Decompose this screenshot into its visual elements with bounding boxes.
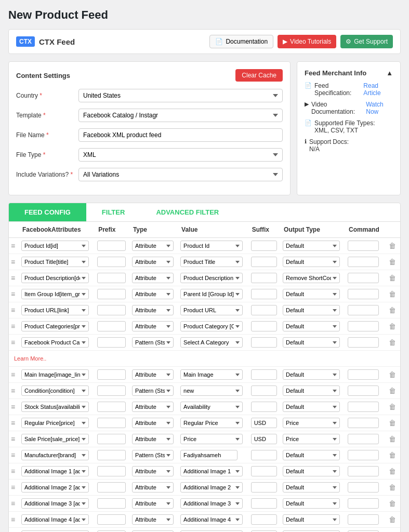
prefix-input-11[interactable]	[97, 434, 126, 444]
prefix-input-15[interactable]	[97, 498, 126, 509]
command-input-0[interactable]	[348, 241, 379, 251]
output-select-14[interactable]: Default	[283, 482, 340, 493]
command-input-7[interactable]	[348, 369, 379, 380]
documentation-button[interactable]: 📄 Documentation	[209, 35, 273, 48]
output-select-2[interactable]: Remove ShortCodes	[283, 273, 340, 283]
filetype-select[interactable]: XML	[78, 148, 283, 162]
drag-cell[interactable]: ≡	[9, 238, 19, 254]
drag-handle-icon[interactable]: ≡	[11, 419, 15, 427]
type-select-11[interactable]: Attribute	[132, 434, 174, 444]
command-input-16[interactable]	[348, 514, 379, 525]
prefix-input-13[interactable]	[97, 466, 126, 476]
delete-row-button-5[interactable]: 🗑	[387, 321, 398, 331]
value-select-6[interactable]: Select A Category	[180, 337, 243, 348]
attr-select-16[interactable]: Additional Image 4 [ad	[21, 514, 89, 525]
type-select-6[interactable]: Pattern (Sts	[132, 337, 174, 348]
drag-handle-icon[interactable]: ≡	[11, 274, 15, 282]
output-select-15[interactable]: Default	[283, 498, 340, 509]
delete-row-button-12[interactable]: 🗑	[387, 450, 398, 460]
prefix-input-0[interactable]	[97, 241, 126, 251]
prefix-input-9[interactable]	[97, 402, 126, 412]
attr-select-5[interactable]: Product Categories[pro	[21, 321, 89, 331]
attr-select-3[interactable]: Item Group Id[item_grc	[21, 289, 89, 299]
type-select-2[interactable]: Attribute	[132, 273, 174, 283]
drag-handle-icon[interactable]: ≡	[11, 403, 15, 411]
delete-row-button-8[interactable]: 🗑	[387, 385, 398, 396]
prefix-input-3[interactable]	[97, 289, 126, 299]
suffix-input-8[interactable]	[251, 385, 277, 396]
value-select-13[interactable]: Additional Image 1	[180, 466, 243, 476]
learn-more-link[interactable]: Learn More..	[11, 353, 398, 364]
type-select-1[interactable]: Attribute	[132, 257, 174, 267]
suffix-input-6[interactable]	[251, 337, 277, 348]
delete-row-button-4[interactable]: 🗑	[387, 305, 398, 315]
drag-cell[interactable]: ≡	[9, 383, 19, 399]
value-select-11[interactable]: Price	[180, 434, 243, 444]
drag-handle-icon[interactable]: ≡	[11, 515, 15, 524]
drag-cell[interactable]: ≡	[9, 399, 19, 415]
attr-select-8[interactable]: Condition[condition]	[21, 385, 89, 396]
delete-row-button-14[interactable]: 🗑	[387, 482, 398, 493]
value-select-5[interactable]: Product Category [Ca	[180, 321, 243, 331]
drag-handle-icon[interactable]: ≡	[11, 435, 15, 443]
drag-cell[interactable]: ≡	[9, 447, 19, 463]
attr-select-12[interactable]: Manufacturer[brand]	[21, 450, 89, 460]
command-input-1[interactable]	[348, 257, 379, 267]
drag-cell[interactable]: ≡	[9, 512, 19, 528]
output-select-7[interactable]: Default	[283, 369, 340, 380]
drag-handle-icon[interactable]: ≡	[11, 483, 15, 491]
delete-row-button-9[interactable]: 🗑	[387, 402, 398, 412]
tab-feed-config[interactable]: FEED CONFIG	[9, 203, 86, 221]
suffix-input-16[interactable]	[251, 514, 277, 525]
output-select-4[interactable]: Default	[283, 305, 340, 315]
output-select-0[interactable]: Default	[283, 241, 340, 251]
command-input-2[interactable]	[348, 273, 379, 283]
type-select-4[interactable]: Attribute	[132, 305, 174, 315]
drag-cell[interactable]: ≡	[9, 335, 19, 351]
attr-select-14[interactable]: Additional Image 2 [ad	[21, 482, 89, 493]
value-select-16[interactable]: Additional Image 4	[180, 514, 243, 525]
drag-handle-icon[interactable]: ≡	[11, 499, 15, 508]
type-select-9[interactable]: Attribute	[132, 402, 174, 412]
output-select-8[interactable]: Default	[283, 385, 340, 396]
prefix-input-6[interactable]	[97, 337, 126, 348]
command-input-11[interactable]	[348, 434, 379, 444]
delete-row-button-2[interactable]: 🗑	[387, 273, 398, 283]
command-input-9[interactable]	[348, 402, 379, 412]
suffix-input-3[interactable]	[251, 289, 277, 299]
attr-select-9[interactable]: Stock Status[availabilit	[21, 402, 89, 412]
prefix-input-5[interactable]	[97, 321, 126, 331]
suffix-input-14[interactable]	[251, 482, 277, 493]
output-select-12[interactable]: Default	[283, 450, 340, 460]
command-input-6[interactable]	[348, 337, 379, 348]
prefix-input-14[interactable]	[97, 482, 126, 493]
drag-cell[interactable]: ≡	[9, 367, 19, 383]
command-input-13[interactable]	[348, 466, 379, 476]
type-select-0[interactable]: Attribute	[132, 241, 174, 251]
type-select-12[interactable]: Pattern (Sts	[132, 450, 174, 460]
drag-handle-icon[interactable]: ≡	[11, 387, 15, 395]
get-support-button[interactable]: ⚙ Get Support	[340, 35, 393, 48]
drag-cell[interactable]: ≡	[9, 415, 19, 431]
type-select-5[interactable]: Attribute	[132, 321, 174, 331]
type-select-14[interactable]: Attribute	[132, 482, 174, 493]
variations-select[interactable]: All Variations	[78, 168, 283, 181]
attr-select-7[interactable]: Main Image[image_link	[21, 369, 89, 380]
type-select-3[interactable]: Attribute	[132, 289, 174, 299]
tab-filter[interactable]: FILTER	[86, 203, 141, 221]
delete-row-button-13[interactable]: 🗑	[387, 466, 398, 476]
prefix-input-1[interactable]	[97, 257, 126, 267]
output-select-13[interactable]: Default	[283, 466, 340, 476]
drag-cell[interactable]: ≡	[9, 286, 19, 302]
output-select-3[interactable]: Default	[283, 289, 340, 299]
delete-row-button-1[interactable]: 🗑	[387, 257, 398, 267]
value-input-12[interactable]	[180, 450, 238, 460]
output-select-11[interactable]: Price	[283, 434, 340, 444]
suffix-input-9[interactable]	[251, 402, 277, 412]
output-select-5[interactable]: Default	[283, 321, 340, 331]
value-select-15[interactable]: Additional Image 3	[180, 498, 243, 509]
delete-row-button-6[interactable]: 🗑	[387, 337, 398, 348]
value-select-7[interactable]: Main Image	[180, 369, 243, 380]
attr-select-4[interactable]: Product URL[link]	[21, 305, 89, 315]
attr-select-2[interactable]: Product Description[de	[21, 273, 89, 283]
